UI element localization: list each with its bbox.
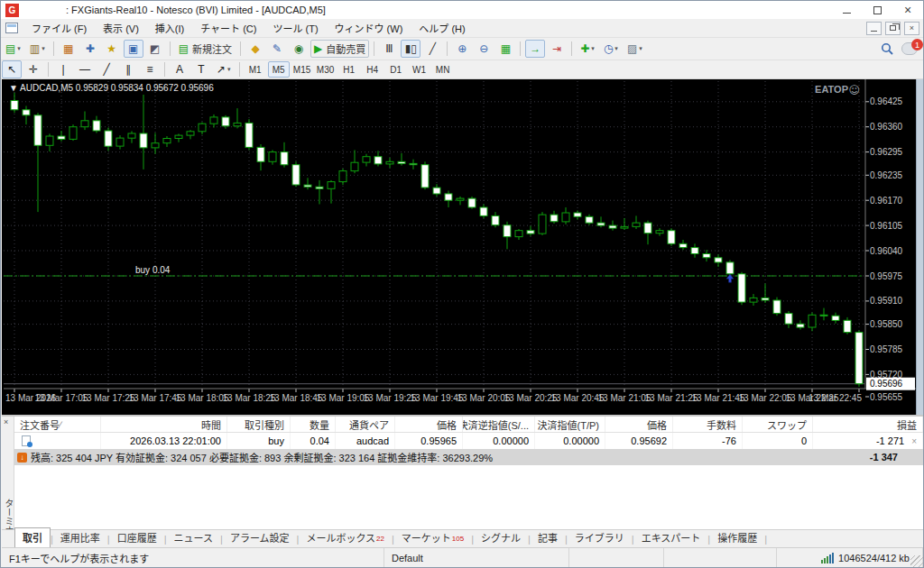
navigator-button[interactable]: ★ xyxy=(102,40,122,58)
shapes-button[interactable]: ↗▾ xyxy=(213,60,235,78)
tab-2[interactable]: 口座履歴 xyxy=(110,528,164,547)
maximize-button[interactable] xyxy=(862,1,892,19)
column-header-6[interactable]: 決済逆指値(S/... xyxy=(463,417,535,432)
timeframe-m30[interactable]: M30 xyxy=(315,61,337,78)
mdi-restore-button[interactable] xyxy=(885,22,901,35)
timeframe-h4[interactable]: H4 xyxy=(362,61,383,78)
resize-grip[interactable] xyxy=(910,555,923,568)
menu-i[interactable]: 挿入(I) xyxy=(147,18,192,38)
terminal-button[interactable]: ▣ xyxy=(124,40,143,58)
line-chart-button[interactable]: ╱ xyxy=(422,40,442,58)
timeframe-m15[interactable]: M15 xyxy=(291,61,313,78)
tab-10[interactable]: エキスパート xyxy=(634,528,708,547)
column-header-1[interactable]: 時間 xyxy=(101,417,227,432)
mdi-minimize-button[interactable] xyxy=(866,22,882,35)
menu-t[interactable]: ツール (T) xyxy=(264,18,326,38)
autotrading-button[interactable]: ▶自動売買 xyxy=(310,40,369,58)
column-header-3[interactable]: 数量 xyxy=(291,417,336,432)
dropdown-arrow-icon[interactable]: ▾ xyxy=(17,45,21,52)
column-header-9[interactable]: 手数料 xyxy=(673,417,743,432)
column-header-10[interactable]: スワップ xyxy=(743,417,813,432)
tab-trade[interactable]: 取引 xyxy=(14,527,51,548)
timeframe-h1[interactable]: H1 xyxy=(338,61,360,78)
column-header-7[interactable]: 決済指値(T/P) xyxy=(535,417,605,432)
templates-button[interactable]: ▨▾ xyxy=(624,40,646,58)
order-row[interactable]: 2026.03.13 22:01:00buy0.04audcad0.959650… xyxy=(14,433,923,449)
chart-area[interactable]: 0.964250.963600.962950.962350.961700.961… xyxy=(2,79,917,415)
text-button[interactable]: A xyxy=(170,60,189,78)
timeframe-mn[interactable]: MN xyxy=(432,61,454,78)
svg-text:13 Mar 18:25: 13 Mar 18:25 xyxy=(223,393,276,403)
dropdown-arrow-icon[interactable]: ▾ xyxy=(639,45,642,52)
zoom-out-button[interactable]: ⊖ xyxy=(474,40,494,58)
timeframe-m1[interactable]: M1 xyxy=(245,61,266,78)
text-label-button[interactable]: T xyxy=(191,60,211,78)
tab-6[interactable]: マーケット105 xyxy=(394,528,471,547)
chart-window-scrollbar[interactable] xyxy=(916,79,923,415)
status-profile[interactable]: Default xyxy=(384,548,569,568)
market-watch-button[interactable]: ▦ xyxy=(59,40,79,58)
menu-f[interactable]: ファイル (F) xyxy=(23,18,95,38)
close-button[interactable]: × xyxy=(892,1,923,19)
column-header-11[interactable]: 損益 xyxy=(813,417,923,432)
notifications-icon[interactable]: 1 xyxy=(901,42,918,55)
order-type-icon xyxy=(22,435,31,446)
tab-7[interactable]: シグナル xyxy=(474,528,528,547)
tab-3[interactable]: ニュース xyxy=(167,528,220,547)
svg-text:13 Mar 18:05: 13 Mar 18:05 xyxy=(176,393,229,403)
data-window-button[interactable]: ✚ xyxy=(80,40,100,58)
tab-4[interactable]: アラーム設定 xyxy=(223,528,297,547)
new-order-button[interactable]: ▤新規注文 xyxy=(175,40,236,58)
trendline-button[interactable]: ╱ xyxy=(97,60,116,78)
column-header-5[interactable]: 価格 xyxy=(395,417,463,432)
dropdown-arrow-icon[interactable]: ▾ xyxy=(614,45,618,52)
horizontal-line-button[interactable]: — xyxy=(75,60,95,78)
crosshair-button[interactable]: ✛ xyxy=(23,60,43,78)
indicators-button[interactable]: ✚▾ xyxy=(577,40,598,58)
dropdown-arrow-icon[interactable]: ▾ xyxy=(227,66,231,73)
strategy-tester-button[interactable]: ◩ xyxy=(145,40,165,58)
periods-button[interactable]: ◷▾ xyxy=(600,40,622,58)
minimize-button[interactable] xyxy=(831,1,862,19)
search-icon[interactable] xyxy=(881,42,894,56)
terminal-close-icon[interactable]: × xyxy=(4,417,8,426)
svg-text:13 Mar 19:45: 13 Mar 19:45 xyxy=(411,393,464,403)
metaeditor-button[interactable]: ✎ xyxy=(267,40,287,58)
column-header-4[interactable]: 通貨ペア xyxy=(336,417,395,432)
zoom-in-button[interactable]: ⊕ xyxy=(452,40,472,58)
tab-8[interactable]: 記事 xyxy=(531,528,565,547)
menu-h[interactable]: ヘルプ (H) xyxy=(411,18,473,38)
community-button[interactable]: ◉ xyxy=(289,40,309,58)
scripts-button[interactable]: ◆ xyxy=(245,40,265,58)
toolbar-row2-items: ↖✛|—╱∥≡AT↗▾ xyxy=(1,60,236,78)
candles-button[interactable]: ▮▯ xyxy=(401,40,420,58)
timeframe-d1[interactable]: D1 xyxy=(385,61,407,78)
timeframe-w1[interactable]: W1 xyxy=(409,61,430,78)
menu-c[interactable]: チャート (C) xyxy=(192,18,264,38)
svg-text:13 Mar 22:05: 13 Mar 22:05 xyxy=(739,393,792,403)
vertical-line-button[interactable]: | xyxy=(53,60,73,78)
tab-5[interactable]: メールボックス22 xyxy=(299,528,392,547)
chart-shift-button[interactable]: ⇥ xyxy=(547,40,567,58)
menu-v[interactable]: 表示 (V) xyxy=(95,18,147,38)
tab-11[interactable]: 操作履歴 xyxy=(710,528,764,547)
menu-w[interactable]: ウィンドウ (W) xyxy=(327,18,411,38)
mdi-close-button[interactable]: × xyxy=(904,22,919,35)
fibonacci-button[interactable]: ≡ xyxy=(140,60,160,78)
bars-button[interactable]: Ⅲ xyxy=(379,40,399,58)
profiles-button[interactable]: ▥▾ xyxy=(26,40,49,58)
column-header-0[interactable]: 注文番号 ∕ xyxy=(14,417,101,432)
auto-scroll-button[interactable]: → xyxy=(525,40,545,58)
timeframe-m5[interactable]: M5 xyxy=(268,61,290,78)
column-header-8[interactable]: 価格 xyxy=(605,417,673,432)
new-chart-button[interactable]: ▤▾ xyxy=(2,40,24,58)
cursor-button[interactable]: ↖ xyxy=(2,60,22,78)
tab-9[interactable]: ライブラリ xyxy=(568,528,632,547)
close-position-icon[interactable]: × xyxy=(911,436,917,446)
tab-1[interactable]: 運用比率 xyxy=(53,528,107,547)
dropdown-arrow-icon[interactable]: ▾ xyxy=(42,45,45,52)
tile-windows-button[interactable]: ▦ xyxy=(495,40,515,58)
channel-button[interactable]: ∥ xyxy=(118,60,138,78)
column-header-2[interactable]: 取引種別 xyxy=(227,417,291,432)
dropdown-arrow-icon[interactable]: ▾ xyxy=(591,45,595,52)
